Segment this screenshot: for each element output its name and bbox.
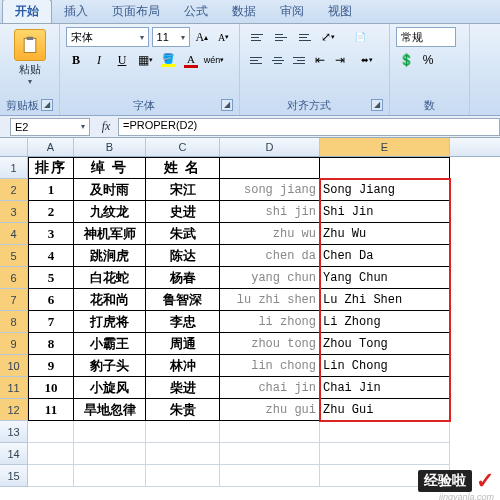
cell[interactable]: 8 (28, 333, 74, 355)
cell[interactable]: 4 (28, 245, 74, 267)
col-header-E[interactable]: E (320, 138, 450, 156)
cell[interactable]: 2 (28, 201, 74, 223)
number-format-combo[interactable]: 常规 (396, 27, 456, 47)
bold-button[interactable]: B (66, 50, 86, 70)
cell[interactable]: 1 (28, 179, 74, 201)
cell[interactable]: 绰 号 (74, 157, 146, 179)
cell[interactable]: 朱武 (146, 223, 220, 245)
font-size-combo[interactable]: 11▾ (152, 27, 190, 47)
cell[interactable]: 陈达 (146, 245, 220, 267)
merge-button[interactable]: ⬌▾ (351, 50, 383, 70)
fill-color-button[interactable]: 🪣 (158, 50, 178, 70)
indent-decrease-button[interactable]: ⇤ (311, 50, 329, 70)
cell[interactable] (220, 443, 320, 465)
cell[interactable]: 3 (28, 223, 74, 245)
cell[interactable]: zhu wu (220, 223, 320, 245)
row-header[interactable]: 7 (0, 289, 28, 311)
font-name-combo[interactable]: 宋体▾ (66, 27, 149, 47)
tab-view[interactable]: 视图 (316, 0, 364, 23)
row-header[interactable]: 13 (0, 421, 28, 443)
cell[interactable]: 6 (28, 289, 74, 311)
row-header[interactable]: 14 (0, 443, 28, 465)
cell[interactable] (28, 443, 74, 465)
fx-icon[interactable]: fx (94, 118, 118, 136)
cell[interactable]: 李忠 (146, 311, 220, 333)
cell[interactable]: 姓 名 (146, 157, 220, 179)
cell[interactable] (28, 421, 74, 443)
cell[interactable]: chai jin (220, 377, 320, 399)
row-header[interactable]: 6 (0, 267, 28, 289)
cell[interactable]: Shi Jin (320, 201, 450, 223)
tab-review[interactable]: 审阅 (268, 0, 316, 23)
cell[interactable]: Li Zhong (320, 311, 450, 333)
row-header[interactable]: 3 (0, 201, 28, 223)
cell[interactable] (146, 465, 220, 487)
align-top-button[interactable] (246, 27, 268, 47)
cell[interactable]: chen da (220, 245, 320, 267)
cell[interactable]: 11 (28, 399, 74, 421)
select-all-corner[interactable] (0, 138, 28, 156)
row-header[interactable]: 2 (0, 179, 28, 201)
cell[interactable]: 杨春 (146, 267, 220, 289)
row-header[interactable]: 15 (0, 465, 28, 487)
cell[interactable]: 花和尚 (74, 289, 146, 311)
cell[interactable]: 白花蛇 (74, 267, 146, 289)
percent-button[interactable]: % (418, 50, 438, 70)
cell[interactable] (146, 443, 220, 465)
cell[interactable]: Yang Chun (320, 267, 450, 289)
cell[interactable]: 柴进 (146, 377, 220, 399)
cell[interactable]: 小霸王 (74, 333, 146, 355)
underline-button[interactable]: U (112, 50, 132, 70)
cell[interactable]: 九纹龙 (74, 201, 146, 223)
cell[interactable]: lin chong (220, 355, 320, 377)
name-box[interactable]: E2▾ (10, 118, 90, 136)
col-header-B[interactable]: B (74, 138, 146, 156)
cell[interactable] (74, 465, 146, 487)
cell[interactable]: 朱贵 (146, 399, 220, 421)
cell[interactable]: 旱地忽律 (74, 399, 146, 421)
tab-data[interactable]: 数据 (220, 0, 268, 23)
cell[interactable] (146, 421, 220, 443)
cell[interactable]: song jiang (220, 179, 320, 201)
cell[interactable] (74, 421, 146, 443)
cell[interactable]: Zhu Wu (320, 223, 450, 245)
tab-home[interactable]: 开始 (2, 0, 52, 23)
italic-button[interactable]: I (89, 50, 109, 70)
cell[interactable]: Chen Da (320, 245, 450, 267)
cell[interactable]: 史进 (146, 201, 220, 223)
cell[interactable]: 打虎将 (74, 311, 146, 333)
cell[interactable]: 7 (28, 311, 74, 333)
cell[interactable]: Zhu Gui (320, 399, 450, 421)
cell[interactable]: yang chun (220, 267, 320, 289)
phonetic-button[interactable]: wén▾ (204, 50, 224, 70)
cell[interactable]: 小旋风 (74, 377, 146, 399)
cell[interactable]: lu zhi shen (220, 289, 320, 311)
currency-button[interactable]: 💲 (396, 50, 416, 70)
cell[interactable]: Zhou Tong (320, 333, 450, 355)
spreadsheet[interactable]: A B C D E 1排序绰 号姓 名21及时雨宋江song jiangSong… (0, 138, 500, 487)
paste-button[interactable]: 粘贴 ▾ (6, 27, 53, 88)
row-header[interactable]: 4 (0, 223, 28, 245)
cell[interactable] (320, 443, 450, 465)
cell[interactable]: zhu gui (220, 399, 320, 421)
cell[interactable]: 周通 (146, 333, 220, 355)
cell[interactable]: Lu Zhi Shen (320, 289, 450, 311)
cell[interactable]: 鲁智深 (146, 289, 220, 311)
orientation-button[interactable]: ⤢▾ (318, 27, 338, 47)
row-header[interactable]: 1 (0, 157, 28, 179)
row-header[interactable]: 11 (0, 377, 28, 399)
cell[interactable]: 神机军师 (74, 223, 146, 245)
col-header-A[interactable]: A (28, 138, 74, 156)
row-header[interactable]: 10 (0, 355, 28, 377)
cell[interactable]: 跳涧虎 (74, 245, 146, 267)
cell[interactable]: 10 (28, 377, 74, 399)
cell[interactable] (220, 421, 320, 443)
align-launcher-icon[interactable]: ◢ (371, 99, 383, 111)
cell[interactable]: 豹子头 (74, 355, 146, 377)
align-middle-button[interactable] (270, 27, 292, 47)
row-header[interactable]: 12 (0, 399, 28, 421)
cell[interactable]: li zhong (220, 311, 320, 333)
font-launcher-icon[interactable]: ◢ (221, 99, 233, 111)
tab-insert[interactable]: 插入 (52, 0, 100, 23)
shrink-font-button[interactable]: A▾ (214, 27, 233, 47)
